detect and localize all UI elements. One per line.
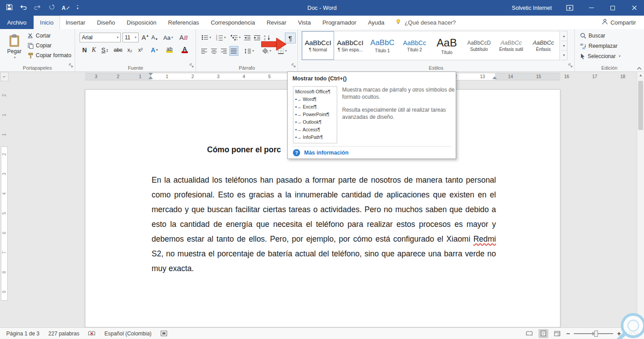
line-spacing-icon xyxy=(244,48,251,54)
group-clipboard: Pegar▾ Cortar Copiar Copiar formato Port… xyxy=(0,29,75,71)
tab-disposicion[interactable]: Disposición xyxy=(121,16,162,29)
vertical-scrollbar[interactable]: ▲ xyxy=(637,72,644,327)
multilevel-list-button[interactable]: ▾ xyxy=(229,33,242,42)
superscript-button[interactable]: x² xyxy=(136,45,145,55)
format-painter-button[interactable]: Copiar formato xyxy=(28,52,71,59)
select-button[interactable]: Seleccionar▾ xyxy=(580,53,620,59)
font-name-combo[interactable]: Arial▾ xyxy=(80,33,121,42)
close-button[interactable] xyxy=(624,0,644,16)
repeat-item: 8 xyxy=(2,271,7,274)
decrease-indent-button[interactable] xyxy=(243,33,252,42)
style-heading2[interactable]: AaBbCcTítulo 2 xyxy=(398,31,431,60)
highlight-color-button[interactable]: ab xyxy=(162,44,177,54)
bold-button[interactable]: N xyxy=(80,45,89,55)
tab-stop-selector[interactable]: ⌐ xyxy=(0,72,8,81)
tab-revisar[interactable]: Revisar xyxy=(261,16,292,29)
align-center-button[interactable] xyxy=(210,46,219,56)
repeat-item: 2 xyxy=(191,74,194,79)
find-button[interactable]: Buscar xyxy=(580,33,605,39)
left-indent-marker[interactable] xyxy=(148,76,153,79)
style-emphasis[interactable]: AaBbCcÉnfasis xyxy=(527,31,559,60)
italic-button[interactable]: K xyxy=(90,45,98,55)
cut-button[interactable]: Cortar xyxy=(28,33,51,39)
repeat-item: 2 xyxy=(117,74,119,79)
zoom-slider[interactable] xyxy=(574,331,613,337)
styles-scroll-down-button[interactable]: ▼ xyxy=(561,41,567,51)
style-no-spacing[interactable]: AaBbCcI¶ Sin espa... xyxy=(334,31,366,60)
change-case-button[interactable]: Aa▾ xyxy=(161,33,175,42)
line-spacing-button[interactable]: ▾ xyxy=(243,46,255,56)
tab-referencias[interactable]: Referencias xyxy=(162,16,205,29)
tab-vista[interactable]: Vista xyxy=(292,16,317,29)
vertical-ruler[interactable]: 21123456789 xyxy=(0,81,8,327)
page-indicator[interactable]: Página 1 de 3 xyxy=(6,331,39,337)
tab-insertar[interactable]: Insertar xyxy=(60,16,91,29)
tell-me-box[interactable]: ¿Qué desea hacer? xyxy=(390,16,461,29)
proofing-status-icon[interactable] xyxy=(88,331,95,337)
numbering-button[interactable]: 123▾ xyxy=(214,33,228,42)
tab-programador[interactable]: Programador xyxy=(317,16,362,29)
first-line-indent-marker[interactable] xyxy=(148,73,153,75)
subscript-button[interactable]: x₂ xyxy=(125,45,135,55)
repeat-item: 6 xyxy=(2,232,7,234)
text-effects-button[interactable]: A▾ xyxy=(148,45,161,55)
paste-button[interactable]: Pegar▾ xyxy=(4,31,25,63)
web-layout-button[interactable] xyxy=(552,329,562,338)
tab-diseno[interactable]: Diseño xyxy=(91,16,121,29)
bullets-button[interactable]: ▾ xyxy=(200,33,212,42)
align-left-button[interactable] xyxy=(200,46,209,56)
share-button[interactable]: Compartir xyxy=(594,16,644,29)
right-indent-marker[interactable] xyxy=(492,76,497,79)
style-subtitle[interactable]: AaBbCcDSubtítulo xyxy=(463,31,495,60)
more-info-link[interactable]: ? Más información xyxy=(293,149,348,156)
styles-gallery-more-button[interactable]: ▼ xyxy=(561,50,567,60)
group-label-styles: Estilos xyxy=(298,65,574,71)
maximize-button[interactable] xyxy=(603,0,623,16)
language-indicator[interactable]: Español (Colombia) xyxy=(104,331,151,337)
minimize-button[interactable] xyxy=(581,0,601,16)
strikethrough-button[interactable]: abc xyxy=(112,45,124,55)
style-heading1[interactable]: AaBbCTítulo 1 xyxy=(366,31,398,60)
style-normal[interactable]: AaBbCcI¶ Normal xyxy=(302,31,334,60)
styles-scroll-up-button[interactable]: ▲ xyxy=(561,31,567,41)
tab-archivo[interactable]: Archivo xyxy=(0,16,34,29)
align-right-button[interactable] xyxy=(220,46,229,56)
scrollbar-thumb[interactable] xyxy=(638,81,643,130)
group-label-font: Fuente xyxy=(76,65,195,71)
grow-font-button[interactable]: A▲ xyxy=(141,33,150,42)
style-title[interactable]: AaBTítulo xyxy=(431,31,463,60)
paragraph-dialog-launcher[interactable] xyxy=(292,62,296,70)
font-dialog-launcher[interactable] xyxy=(190,62,194,70)
zoom-out-button[interactable]: − xyxy=(566,330,570,337)
shrink-font-button[interactable]: A▼ xyxy=(150,33,159,42)
underline-button[interactable]: S▾ xyxy=(99,45,110,55)
print-layout-button[interactable] xyxy=(538,329,548,338)
zoom-slider-thumb[interactable] xyxy=(594,331,598,337)
repeat-item: •→ Access¶ xyxy=(295,126,335,134)
read-mode-button[interactable] xyxy=(525,329,534,338)
document-paragraph[interactable]: En la actualidad los teléfonos han pasad… xyxy=(152,173,496,276)
increase-indent-button[interactable] xyxy=(253,33,262,42)
tab-inicio[interactable]: Inicio xyxy=(34,16,59,29)
font-color-button[interactable]: A xyxy=(178,44,191,54)
justify-button[interactable] xyxy=(229,46,238,56)
clear-formatting-button[interactable]: A xyxy=(178,33,189,42)
ribbon-display-options-button[interactable] xyxy=(560,0,580,16)
numbering-icon: 123 xyxy=(216,34,223,41)
tab-correspondencia[interactable]: Correspondencia xyxy=(205,16,261,29)
macro-record-icon[interactable] xyxy=(161,331,167,336)
style-subtle-emphasis[interactable]: AaBbCcÉnfasis sutil xyxy=(495,31,527,60)
styles-dialog-launcher[interactable] xyxy=(568,62,573,70)
scroll-up-arrow[interactable]: ▲ xyxy=(637,73,644,77)
collapse-ribbon-button[interactable] xyxy=(637,64,642,72)
show-formatting-marks-button[interactable]: ¶ xyxy=(285,33,296,43)
document-heading[interactable]: Cómo poner el porc xyxy=(207,145,281,155)
tab-ayuda[interactable]: Ayuda xyxy=(362,16,390,29)
font-size-combo[interactable]: 11▾ xyxy=(123,33,139,42)
word-count[interactable]: 227 palabras xyxy=(48,331,79,337)
repeat-item: 5 xyxy=(268,74,271,79)
clipboard-dialog-launcher[interactable] xyxy=(69,62,73,70)
copy-button[interactable]: Copiar xyxy=(28,42,51,49)
account-name[interactable]: Solvetic Internet xyxy=(512,5,552,11)
replace-button[interactable]: abac Reemplazar xyxy=(580,43,618,49)
